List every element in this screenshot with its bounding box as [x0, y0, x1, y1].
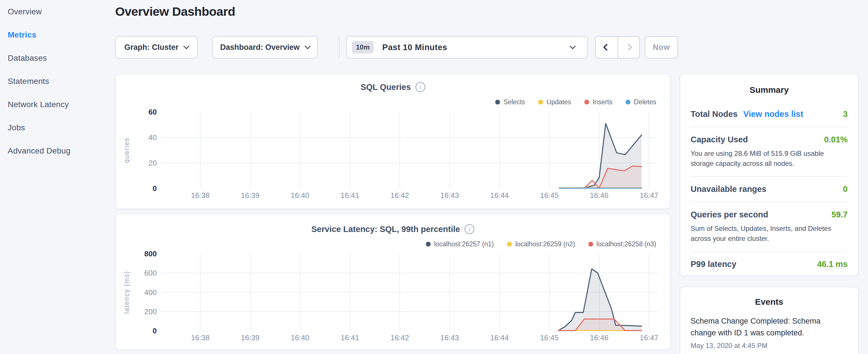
legend-label: localhost:26258 (n3): [597, 240, 656, 248]
summary-value: 0: [843, 185, 848, 194]
summary-description: You are using 28.6 MiB of 515.9 GiB usab…: [691, 148, 848, 168]
service-latency-chart[interactable]: 020040060080016:3816:3916:4016:4116:4216…: [116, 214, 670, 349]
legend-label: Selects: [503, 98, 525, 106]
chevron-right-icon: [625, 43, 632, 51]
summary-value: 59.7: [832, 210, 848, 219]
legend-label: Deletes: [634, 98, 656, 106]
svg-text:16:44: 16:44: [490, 333, 509, 342]
svg-text:16:42: 16:42: [390, 333, 409, 342]
summary-label: Total Nodes: [691, 109, 738, 119]
legend-dot-icon: [626, 100, 630, 104]
sidebar-item-advanced-debug[interactable]: Advanced Debug: [0, 139, 115, 162]
event-timestamp: May 13, 2020 at 4:45 PM: [691, 342, 848, 350]
svg-text:800: 800: [145, 250, 157, 258]
svg-text:16:45: 16:45: [540, 333, 559, 342]
time-range-label: Past 10 Minutes: [382, 43, 447, 52]
graph-dropdown-label: Graph: Cluster: [124, 43, 179, 52]
page-title: Overview Dashboard: [115, 5, 235, 19]
sidebar-item-jobs[interactable]: Jobs: [0, 116, 115, 139]
summary-row-total-nodes: Total NodesView nodes list3: [691, 102, 848, 127]
svg-text:queries: queries: [123, 137, 130, 163]
summary-label: Queries per second: [691, 210, 768, 219]
svg-text:16:47: 16:47: [640, 333, 658, 342]
svg-text:0: 0: [153, 184, 157, 193]
legend-dot-icon: [426, 242, 431, 247]
summary-label: P99 latency: [691, 259, 737, 269]
now-button[interactable]: Now: [645, 36, 678, 58]
svg-text:16:46: 16:46: [590, 191, 608, 200]
svg-text:latency (ms): latency (ms): [123, 271, 130, 314]
previous-timespan-button[interactable]: [596, 37, 618, 58]
svg-text:16:39: 16:39: [241, 191, 259, 200]
legend-item-localhost-26259-n2-: localhost:26259 (n2): [507, 240, 575, 248]
sidebar-item-metrics[interactable]: Metrics: [0, 23, 115, 46]
legend-item-localhost-26257-n1-: localhost:26257 (n1): [426, 240, 494, 248]
svg-text:200: 200: [145, 307, 157, 316]
legend-label: localhost:26259 (n2): [515, 240, 575, 248]
sql-queries-card: 020406016:3816:3916:4016:4116:4216:4316:…: [115, 74, 671, 209]
sidebar-item-network-latency[interactable]: Network Latency: [0, 93, 115, 116]
summary-row-unavailable-ranges: Unavailable ranges0: [691, 176, 848, 202]
svg-text:16:41: 16:41: [340, 191, 359, 200]
event-message: Schema Change Completed: Schema change w…: [691, 315, 848, 339]
summary-value: 3: [843, 109, 848, 119]
next-timespan-button[interactable]: [618, 37, 639, 58]
chevron-down-icon: [305, 43, 311, 49]
svg-text:600: 600: [145, 269, 157, 277]
svg-text:40: 40: [149, 133, 157, 142]
svg-text:16:44: 16:44: [490, 191, 509, 200]
legend-label: Updates: [547, 98, 571, 106]
svg-text:16:39: 16:39: [241, 333, 259, 342]
info-icon[interactable]: i: [415, 82, 425, 92]
summary-panel: Summary Total NodesView nodes list3Capac…: [680, 74, 859, 276]
summary-label: Capacity Used: [691, 135, 748, 144]
legend-label: Inserts: [593, 98, 612, 106]
svg-text:16:38: 16:38: [191, 191, 210, 200]
legend-dot-icon: [588, 242, 593, 247]
svg-text:60: 60: [149, 108, 157, 116]
svg-text:20: 20: [149, 159, 157, 167]
svg-text:16:40: 16:40: [290, 333, 309, 342]
legend-item-inserts: Inserts: [584, 98, 612, 106]
graph-dropdown[interactable]: Graph: Cluster: [115, 36, 198, 58]
svg-text:16:42: 16:42: [390, 191, 409, 200]
sidebar-item-overview[interactable]: Overview: [0, 0, 115, 23]
svg-text:16:46: 16:46: [590, 333, 608, 342]
dashboard-dropdown-label: Dashboard: Overview: [220, 43, 300, 52]
chart-title: Service Latency: SQL, 99th percentile: [311, 225, 460, 234]
svg-text:16:43: 16:43: [440, 191, 459, 200]
dashboard-dropdown[interactable]: Dashboard: Overview: [212, 36, 318, 58]
svg-text:16:38: 16:38: [191, 333, 210, 342]
sidebar-item-statements[interactable]: Statements: [0, 70, 115, 93]
info-icon[interactable]: i: [465, 224, 474, 234]
svg-text:16:47: 16:47: [640, 191, 658, 200]
legend-dot-icon: [507, 242, 512, 247]
summary-value: 46.1 ms: [817, 259, 848, 269]
sidebar: OverviewMetricsDatabasesStatementsNetwor…: [0, 0, 115, 354]
summary-description: Sum of Selects, Updates, Inserts, and De…: [691, 223, 848, 244]
summary-row-queries-per-second: Queries per second59.7Sum of Selects, Up…: [691, 202, 848, 251]
view-nodes-list-link[interactable]: View nodes list: [743, 109, 803, 119]
summary-row-capacity-used: Capacity Used0.01%You are using 28.6 MiB…: [691, 127, 848, 176]
chevron-left-icon: [603, 43, 610, 51]
legend-item-localhost-26258-n3-: localhost:26258 (n3): [588, 240, 656, 248]
time-range-badge: 10m: [352, 41, 374, 54]
time-range-dropdown[interactable]: 10m Past 10 Minutes: [346, 36, 588, 58]
chart-title: SQL Queries: [361, 83, 411, 92]
legend-dot-icon: [495, 100, 500, 104]
chart-legend: localhost:26257 (n1)localhost:26259 (n2)…: [426, 240, 656, 248]
sidebar-item-databases[interactable]: Databases: [0, 46, 115, 70]
chevron-down-icon: [570, 43, 576, 49]
summary-row-p99-latency: P99 latency46.1 ms: [691, 251, 848, 277]
legend-dot-icon: [538, 100, 543, 104]
legend-item-deletes: Deletes: [626, 98, 656, 106]
svg-text:16:41: 16:41: [340, 333, 359, 342]
legend-item-updates: Updates: [538, 98, 571, 106]
svg-text:400: 400: [145, 288, 157, 297]
summary-title: Summary: [680, 85, 858, 95]
sql-queries-chart[interactable]: 020406016:3816:3916:4016:4116:4216:4316:…: [116, 74, 670, 208]
svg-text:16:40: 16:40: [290, 191, 309, 200]
summary-label: Unavailable ranges: [691, 185, 766, 194]
svg-text:0: 0: [153, 326, 157, 335]
chart-legend: SelectsUpdatesInsertsDeletes: [495, 98, 656, 106]
